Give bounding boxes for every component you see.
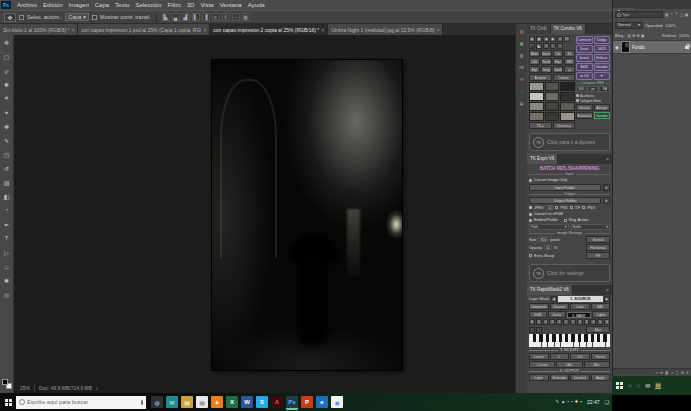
output-folder-button[interactable]: Output Folder — [529, 197, 601, 204]
preset-thumbnail[interactable] — [545, 92, 560, 101]
zone-piano-keys[interactable] — [529, 334, 610, 347]
task-view-icon[interactable]: ◌ — [637, 383, 641, 389]
start-button[interactable] — [0, 399, 16, 406]
taskbar-app-edge[interactable]: e — [316, 396, 328, 408]
options-align-icon[interactable]: ⋯ — [232, 13, 240, 21]
colagem-size-button[interactable]: 800 — [576, 86, 587, 92]
brush-tool-icon[interactable]: ✎ — [0, 133, 13, 147]
close-icon[interactable]: × — [321, 27, 324, 33]
clone-stamp-tool-icon[interactable]: ◳ — [0, 147, 13, 161]
tk-combo-footer-button[interactable]: Usuario ▸ — [553, 122, 576, 129]
colagem-size-button[interactable]: SA — [599, 86, 610, 92]
modify-button[interactable]: LAC — [556, 361, 582, 368]
opacity-value[interactable]: 50 — [544, 245, 552, 250]
tk-combo-button[interactable]: Matiz — [529, 50, 540, 57]
rgb-button[interactable]: RGB — [529, 311, 547, 318]
eraser-tool-icon[interactable]: ▨ — [0, 175, 13, 189]
preset-thumbnail[interactable] — [545, 82, 560, 91]
zone-button[interactable]: 3 — [549, 319, 555, 325]
document-tab[interactable]: con capas impresion 1.psd al 25% (Capa 1… — [78, 24, 210, 35]
size-value[interactable]: 800 — [538, 237, 548, 242]
tk-combo-button[interactable]: Fastb — [541, 58, 552, 65]
tk-combo-button[interactable]: Lanzar — [553, 74, 576, 81]
tk-combo-button[interactable]: Exp — [529, 66, 540, 73]
taskbar-search-box[interactable]: Escribe aquí para buscar — [16, 396, 146, 409]
menu-item[interactable]: 3D — [184, 2, 198, 8]
menu-item[interactable]: Ayuda — [245, 2, 268, 8]
zone-button[interactable]: 5 — [597, 319, 603, 325]
zone-button[interactable]: 6 — [604, 319, 610, 325]
tk-combo-action-button[interactable]: Guardar — [594, 63, 611, 71]
tk-export-tab[interactable]: TK Exprt V6 — [527, 154, 558, 164]
output-button[interactable]: Channel — [570, 374, 590, 381]
layer-visibility-icon[interactable]: ◉ — [615, 45, 619, 50]
zone-button[interactable]: 6 — [529, 319, 535, 325]
preset-thumbnail[interactable] — [529, 92, 544, 101]
checkbox-icon[interactable] — [529, 219, 532, 222]
current-tool-icon[interactable]: ✥ — [4, 13, 16, 22]
opacity-value[interactable]: 100% — [665, 23, 675, 28]
suffix-dropdown[interactable]: Suffix ▾ — [571, 224, 611, 230]
canvas-area[interactable]: 25% Doc: 49,9 MB/714,6 MB › — [14, 35, 515, 393]
source-button[interactable]: Channel — [550, 303, 570, 310]
options-align-icon[interactable]: ▟ — [182, 13, 190, 21]
zoom-tool-icon[interactable]: ◎ — [0, 287, 13, 301]
modify-button[interactable]: L — [550, 353, 570, 360]
zone-button[interactable]: 1 — [570, 319, 576, 325]
auto-select-checkbox[interactable] — [19, 15, 24, 20]
options-align-icon[interactable]: ▙ — [162, 13, 170, 21]
tk-combo-button[interactable]: Lab — [529, 58, 540, 65]
delete-layer-icon[interactable]: ✕ — [686, 370, 689, 375]
properties-panel-icon[interactable]: ▤ — [517, 99, 526, 108]
tk-combo-action-button[interactable]: Enfocar — [594, 54, 611, 62]
tray-app-blue-icon[interactable]: ▪ — [567, 400, 569, 405]
tray-usb-icon[interactable]: ▲ — [561, 400, 565, 405]
options-align-icon[interactable]: ▐ — [202, 13, 210, 21]
output-button[interactable]: Selection — [550, 374, 570, 381]
tk-combo-button[interactable]: Tonald — [553, 66, 564, 73]
new-doc-icon[interactable]: ▤ — [529, 36, 535, 42]
dodge-tool-icon[interactable]: ◔ — [0, 203, 13, 217]
zoom-50-button[interactable]: 50% — [564, 36, 570, 42]
hand-tool-icon[interactable]: ✱ — [0, 273, 13, 287]
mask-minus-icon[interactable] — [529, 327, 535, 333]
taskbar-app-mail[interactable]: ✉ — [166, 396, 178, 408]
menu-item[interactable]: Imagen — [66, 2, 92, 8]
healing-brush-tool-icon[interactable]: ✚ — [0, 119, 13, 133]
preset-thumbnail[interactable] — [560, 112, 575, 121]
preset-thumbnail[interactable] — [560, 82, 575, 91]
horizontal-button[interactable]: Horizontal — [586, 244, 610, 251]
colagem-orientation-button[interactable]: Guardar — [594, 112, 611, 119]
crop-tool-icon[interactable]: # — [0, 91, 13, 105]
colagem-orientation-button[interactable]: Vertical — [576, 104, 593, 111]
tk-panel-tab[interactable]: TK Cmb — [527, 24, 551, 34]
tk-combo-button[interactable]: Imag — [541, 66, 552, 73]
taskbar-app-acrobat[interactable]: A — [271, 396, 283, 408]
taskbar-app-powerpoint[interactable]: P — [301, 396, 313, 408]
foreground-color-swatch[interactable] — [2, 379, 8, 385]
taskbar-app-chrome[interactable]: ◉ — [331, 396, 343, 408]
tk-panel-tab[interactable]: TK Combo V6 — [551, 24, 586, 34]
menu-item[interactable]: Texto — [112, 2, 132, 8]
source-next-icon[interactable]: ▶ — [604, 296, 610, 302]
layer-row-background[interactable]: ◉ Fondo — [613, 40, 691, 54]
options-align-icon[interactable]: ▦ — [242, 13, 250, 21]
tk-combo-button[interactable]: Col — [553, 50, 564, 57]
psd-checkbox[interactable] — [555, 206, 558, 209]
close-icon[interactable]: × — [437, 27, 440, 33]
pen-tool-icon[interactable]: ✒ — [0, 217, 13, 231]
tif-checkbox[interactable] — [570, 206, 573, 209]
colagem-orientation-button[interactable]: Alongar — [594, 104, 611, 111]
confirm-icon[interactable]: ✔ — [550, 43, 556, 49]
checkbox-icon[interactable] — [576, 94, 579, 97]
show-transform-checkbox[interactable] — [92, 15, 97, 20]
status-chevron-icon[interactable]: › — [96, 385, 98, 391]
close-doc-icon[interactable]: ✕ — [557, 36, 563, 42]
lasso-tool-icon[interactable]: ℘ — [0, 63, 13, 77]
action-center-icon[interactable]: ❏ — [605, 399, 609, 405]
tray-network-icon[interactable]: ▪ — [580, 400, 582, 405]
zone-button[interactable]: 4 — [543, 319, 549, 325]
blend-mode-dropdown[interactable]: Normal ▾ — [615, 22, 643, 29]
tk-combo-action-button[interactable]: Desat — [576, 45, 593, 53]
white-brush-icon[interactable]: ◣ — [536, 43, 542, 49]
